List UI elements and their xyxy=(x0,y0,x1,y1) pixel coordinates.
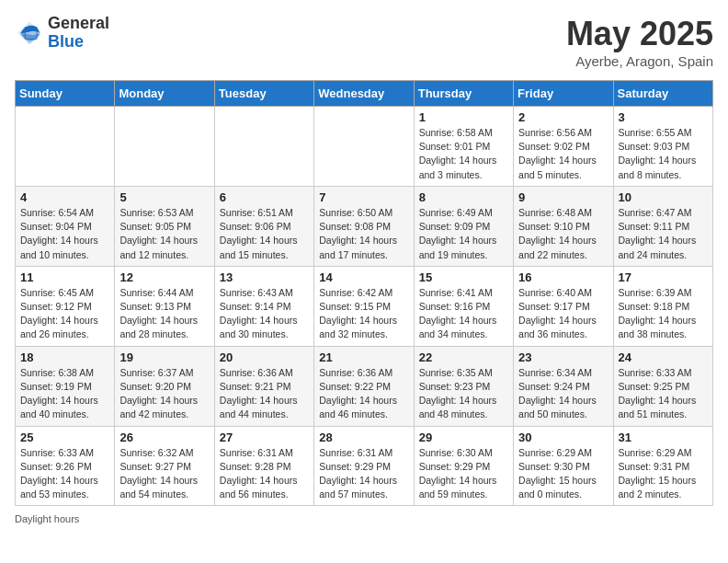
calendar-day-header: Monday xyxy=(115,81,214,107)
footer: Daylight hours xyxy=(15,513,713,524)
footer-label: Daylight hours xyxy=(15,513,79,524)
logo: General Blue xyxy=(15,15,109,52)
calendar-day-cell xyxy=(16,107,115,187)
day-number: 12 xyxy=(119,270,209,284)
day-number: 24 xyxy=(619,350,708,364)
day-number: 21 xyxy=(319,350,408,364)
day-info: Sunrise: 6:35 AM Sunset: 9:23 PM Dayligh… xyxy=(419,366,508,422)
calendar-day-cell: 31Sunrise: 6:29 AM Sunset: 9:31 PM Dayli… xyxy=(613,426,712,506)
day-number: 29 xyxy=(419,431,508,444)
day-info: Sunrise: 6:42 AM Sunset: 9:15 PM Dayligh… xyxy=(319,286,408,342)
day-number: 13 xyxy=(220,270,309,284)
calendar-day-header: Saturday xyxy=(613,81,712,107)
calendar-day-cell: 13Sunrise: 6:43 AM Sunset: 9:14 PM Dayli… xyxy=(214,266,313,346)
calendar-day-cell xyxy=(115,107,214,187)
calendar-day-cell: 14Sunrise: 6:42 AM Sunset: 9:15 PM Dayli… xyxy=(314,266,414,346)
day-info: Sunrise: 6:49 AM Sunset: 9:09 PM Dayligh… xyxy=(419,206,508,262)
calendar-day-cell: 9Sunrise: 6:48 AM Sunset: 9:10 PM Daylig… xyxy=(514,186,613,266)
title-block: May 2025 Ayerbe, Aragon, Spain xyxy=(566,15,713,69)
page-header: General Blue May 2025 Ayerbe, Aragon, Sp… xyxy=(15,15,713,69)
calendar-day-cell: 18Sunrise: 6:38 AM Sunset: 9:19 PM Dayli… xyxy=(16,346,115,426)
calendar-day-cell: 15Sunrise: 6:41 AM Sunset: 9:16 PM Dayli… xyxy=(414,266,513,346)
logo-icon xyxy=(15,18,44,48)
calendar-day-cell: 6Sunrise: 6:51 AM Sunset: 9:06 PM Daylig… xyxy=(214,186,313,266)
day-info: Sunrise: 6:50 AM Sunset: 9:08 PM Dayligh… xyxy=(319,206,408,262)
day-info: Sunrise: 6:30 AM Sunset: 9:29 PM Dayligh… xyxy=(419,446,508,502)
day-number: 9 xyxy=(518,190,608,204)
day-info: Sunrise: 6:58 AM Sunset: 9:01 PM Dayligh… xyxy=(419,126,508,182)
calendar-day-cell: 7Sunrise: 6:50 AM Sunset: 9:08 PM Daylig… xyxy=(314,186,414,266)
day-number: 22 xyxy=(419,350,508,364)
calendar-day-cell: 20Sunrise: 6:36 AM Sunset: 9:21 PM Dayli… xyxy=(214,346,313,426)
day-info: Sunrise: 6:32 AM Sunset: 9:27 PM Dayligh… xyxy=(119,446,209,502)
calendar-day-header: Tuesday xyxy=(214,81,313,107)
calendar-day-cell: 16Sunrise: 6:40 AM Sunset: 9:17 PM Dayli… xyxy=(514,266,613,346)
calendar-day-cell: 4Sunrise: 6:54 AM Sunset: 9:04 PM Daylig… xyxy=(16,186,115,266)
day-info: Sunrise: 6:55 AM Sunset: 9:03 PM Dayligh… xyxy=(619,126,708,182)
day-number: 25 xyxy=(20,431,109,444)
logo-general: General xyxy=(48,15,109,33)
day-number: 30 xyxy=(518,431,608,444)
calendar-day-cell: 10Sunrise: 6:47 AM Sunset: 9:11 PM Dayli… xyxy=(613,186,712,266)
day-number: 4 xyxy=(20,190,109,204)
calendar-day-cell: 26Sunrise: 6:32 AM Sunset: 9:27 PM Dayli… xyxy=(115,426,214,506)
day-number: 1 xyxy=(419,110,508,124)
calendar-day-header: Wednesday xyxy=(314,81,414,107)
day-number: 16 xyxy=(518,270,608,284)
day-number: 5 xyxy=(119,190,209,204)
calendar-week-row: 1Sunrise: 6:58 AM Sunset: 9:01 PM Daylig… xyxy=(16,107,713,187)
day-number: 2 xyxy=(518,110,608,124)
day-number: 14 xyxy=(319,270,408,284)
day-number: 19 xyxy=(119,350,209,364)
day-number: 20 xyxy=(220,350,309,364)
day-info: Sunrise: 6:29 AM Sunset: 9:30 PM Dayligh… xyxy=(518,446,608,502)
day-number: 18 xyxy=(20,350,109,364)
calendar-location: Ayerbe, Aragon, Spain xyxy=(566,53,713,69)
day-number: 27 xyxy=(220,431,309,444)
calendar-week-row: 18Sunrise: 6:38 AM Sunset: 9:19 PM Dayli… xyxy=(16,346,713,426)
day-info: Sunrise: 6:38 AM Sunset: 9:19 PM Dayligh… xyxy=(20,366,109,422)
day-info: Sunrise: 6:40 AM Sunset: 9:17 PM Dayligh… xyxy=(518,286,608,342)
day-info: Sunrise: 6:29 AM Sunset: 9:31 PM Dayligh… xyxy=(619,446,708,502)
day-number: 7 xyxy=(319,190,408,204)
calendar-header-row: SundayMondayTuesdayWednesdayThursdayFrid… xyxy=(16,81,713,107)
day-info: Sunrise: 6:44 AM Sunset: 9:13 PM Dayligh… xyxy=(119,286,209,342)
calendar-day-cell: 21Sunrise: 6:36 AM Sunset: 9:22 PM Dayli… xyxy=(314,346,414,426)
calendar-day-cell: 25Sunrise: 6:33 AM Sunset: 9:26 PM Dayli… xyxy=(16,426,115,506)
day-info: Sunrise: 6:31 AM Sunset: 9:28 PM Dayligh… xyxy=(220,446,309,502)
calendar-day-cell xyxy=(314,107,414,187)
calendar-day-cell: 5Sunrise: 6:53 AM Sunset: 9:05 PM Daylig… xyxy=(115,186,214,266)
calendar-day-cell: 27Sunrise: 6:31 AM Sunset: 9:28 PM Dayli… xyxy=(214,426,313,506)
day-number: 28 xyxy=(319,431,408,444)
logo-blue: Blue xyxy=(48,33,109,52)
calendar-day-cell: 11Sunrise: 6:45 AM Sunset: 9:12 PM Dayli… xyxy=(16,266,115,346)
day-info: Sunrise: 6:43 AM Sunset: 9:14 PM Dayligh… xyxy=(220,286,309,342)
calendar-day-cell: 8Sunrise: 6:49 AM Sunset: 9:09 PM Daylig… xyxy=(414,186,513,266)
calendar-day-cell: 30Sunrise: 6:29 AM Sunset: 9:30 PM Dayli… xyxy=(514,426,613,506)
calendar-table: SundayMondayTuesdayWednesdayThursdayFrid… xyxy=(15,80,713,506)
calendar-day-cell xyxy=(214,107,313,187)
day-info: Sunrise: 6:31 AM Sunset: 9:29 PM Dayligh… xyxy=(319,446,408,502)
day-number: 23 xyxy=(518,350,608,364)
day-info: Sunrise: 6:45 AM Sunset: 9:12 PM Dayligh… xyxy=(20,286,109,342)
calendar-day-cell: 3Sunrise: 6:55 AM Sunset: 9:03 PM Daylig… xyxy=(613,107,712,187)
day-info: Sunrise: 6:53 AM Sunset: 9:05 PM Dayligh… xyxy=(119,206,209,262)
calendar-day-cell: 24Sunrise: 6:33 AM Sunset: 9:25 PM Dayli… xyxy=(613,346,712,426)
calendar-day-cell: 29Sunrise: 6:30 AM Sunset: 9:29 PM Dayli… xyxy=(414,426,513,506)
calendar-day-cell: 12Sunrise: 6:44 AM Sunset: 9:13 PM Dayli… xyxy=(115,266,214,346)
calendar-day-cell: 28Sunrise: 6:31 AM Sunset: 9:29 PM Dayli… xyxy=(314,426,414,506)
calendar-day-cell: 17Sunrise: 6:39 AM Sunset: 9:18 PM Dayli… xyxy=(613,266,712,346)
day-number: 8 xyxy=(419,190,508,204)
day-info: Sunrise: 6:33 AM Sunset: 9:25 PM Dayligh… xyxy=(619,366,708,422)
day-number: 11 xyxy=(20,270,109,284)
day-number: 10 xyxy=(619,190,708,204)
day-info: Sunrise: 6:47 AM Sunset: 9:11 PM Dayligh… xyxy=(619,206,708,262)
day-info: Sunrise: 6:56 AM Sunset: 9:02 PM Dayligh… xyxy=(518,126,608,182)
day-number: 3 xyxy=(619,110,708,124)
day-number: 6 xyxy=(220,190,309,204)
calendar-day-header: Thursday xyxy=(414,81,513,107)
day-info: Sunrise: 6:37 AM Sunset: 9:20 PM Dayligh… xyxy=(119,366,209,422)
day-info: Sunrise: 6:51 AM Sunset: 9:06 PM Dayligh… xyxy=(220,206,309,262)
calendar-day-header: Sunday xyxy=(16,81,115,107)
day-info: Sunrise: 6:33 AM Sunset: 9:26 PM Dayligh… xyxy=(20,446,109,502)
